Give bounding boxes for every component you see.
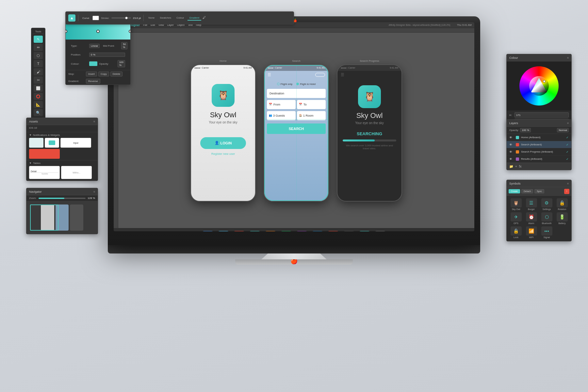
layer-progress[interactable]: 👁 Search Progress (Artboard) ✓ [507,148,571,155]
create-symbol-button[interactable]: Create [509,189,520,193]
asset-item[interactable] [29,138,43,148]
symbol-burger[interactable]: ☰ Burger [525,198,538,210]
assets-options-icon[interactable]: ≡ [93,120,95,123]
stroke-slider[interactable] [111,17,131,19]
symbol-bluetooth[interactable]: ⬡ Bluetooth [540,212,553,224]
imac-bezel: 🍎 Affinity Designer File Edit View Layer… [108,16,480,245]
scissors-tool[interactable]: ✂ [34,76,43,84]
asset-item[interactable] [45,138,59,148]
radio-flight-hotel[interactable]: Flight & Hotel [296,83,316,86]
to-field[interactable]: 📅 To [297,100,326,109]
sync-symbol-button[interactable]: Sync [534,189,544,193]
type-value[interactable]: Linear [89,44,100,48]
delete-stop-button[interactable]: Delete [110,72,122,76]
midpoint-value[interactable]: 50 % [121,42,127,49]
opacity-value[interactable]: 100 % [118,60,125,67]
add-layer-icon[interactable]: + [515,165,517,168]
h-input[interactable] [514,112,569,118]
reverse-button[interactable]: Reverse [86,79,100,84]
add-group-icon[interactable]: 📁 [509,165,513,168]
gradient-picker-icon[interactable]: 🖊 [203,16,206,21]
tab-colour[interactable]: Colour [174,16,186,21]
sym-icon-settings: ⚙ [541,198,552,207]
symbol-lock[interactable]: 🔒 Lock [509,226,523,238]
dock-photos[interactable]: 📷 [264,231,277,231]
gradient-strip[interactable] [66,23,130,40]
symbol-settings[interactable]: ⚙ Settings [540,198,553,210]
symbol-skyowl[interactable]: 🦉 Sky Owl [509,198,523,210]
symbols-title: Symbols [509,182,521,185]
colour-options-icon[interactable]: ≡ [567,56,569,59]
brush-tool[interactable]: 🖌 [34,68,43,75]
app-tagline-progress: Your eye on the sky [355,121,384,125]
hamburger-icon[interactable]: ☰ [268,73,271,77]
fill-swatch[interactable] [92,16,99,20]
asset-item-long-2[interactable] [29,149,60,159]
rect-tool[interactable]: ⬜ [34,85,43,92]
radio-flight-only[interactable]: Flight only [277,83,292,86]
colour-swatch[interactable] [89,61,97,66]
dock-trash[interactable]: 🗑 [373,231,387,231]
guests-field[interactable]: 👥 3 Guests [267,111,296,120]
dock-affinity[interactable]: ▲ [358,231,371,231]
asset-item-long[interactable]: Input [60,138,91,148]
colour-wheel[interactable] [519,66,559,106]
ellipse-tool[interactable]: ⭕ [34,93,43,100]
symbols-options-icon[interactable]: ≡ [567,182,569,185]
dock-books[interactable]: 📚 [311,231,324,231]
tab-none[interactable]: None [146,16,156,21]
layer-eye-icon-3[interactable]: 👁 [509,150,514,154]
rooms-field[interactable]: 🏠 1 Room [297,111,326,120]
symbol-wifi[interactable]: 📶 WiFi [525,226,538,238]
owl-logo-area: 🦉 Sky Owl Your eye on the sky [209,84,237,124]
tab-gradient[interactable]: Gradient [188,16,202,21]
assets-tables-grid: Detail Subtitle Witho... [29,166,95,179]
tab-swatches[interactable]: Swatches [158,16,173,21]
symbol-alarm[interactable]: ⏰ Alarm [525,212,538,224]
dock-safari[interactable]: 🌐 [217,231,230,231]
dock-mail[interactable]: ✉ [232,231,246,231]
symbol-rotation[interactable]: 🔒 Rotation [555,198,569,210]
select-tool[interactable]: ↖ [34,36,43,43]
fx-icon[interactable]: fx [519,165,522,168]
insert-stop-button[interactable]: Insert [86,72,97,76]
symbol-signal[interactable]: ●●● Signal [540,226,553,238]
layers-options-icon[interactable]: ≡ [567,122,569,125]
from-field[interactable]: 📅 From [267,100,296,109]
zoom-slider[interactable] [39,198,86,199]
dock-appstore[interactable]: 🛒 [326,231,340,231]
asset-table-item[interactable]: Detail Subtitle [29,166,60,179]
layer-search[interactable]: 👁 Search (Artboard) ✓ [507,141,571,148]
layer-results[interactable]: 👁 Results (Artboard) ✓ [507,155,571,163]
gradient-handle-right[interactable] [129,30,131,33]
dock-messages[interactable]: 💬 [248,231,262,231]
dock-music[interactable]: 🎵 [295,231,309,231]
dock-settings[interactable]: ⚙ [342,231,356,231]
gradient-handle-left[interactable] [65,30,67,33]
opacity-value[interactable]: 100 % [520,128,531,132]
dock-finder[interactable]: 📁 [201,231,215,231]
blend-mode-select[interactable]: Normal [557,128,569,132]
symbol-battery[interactable]: 🔋 Battery [555,212,569,224]
zoom-tool[interactable]: 🔍 [34,109,43,116]
layer-home[interactable]: 👁 Home (Artboard) ✓ [507,134,571,141]
layer-eye-icon[interactable]: 👁 [509,136,514,139]
node-tool[interactable]: ⬡ [34,52,43,59]
register-link[interactable]: Register new user [211,152,235,155]
shape-tool[interactable]: 📐 [34,101,43,108]
phone-progress-statusbar: ●●●●○ Carrier 9:41 AM [337,65,401,71]
dock-calendar[interactable]: 📅 [279,231,293,231]
gradient-handle-mid[interactable] [96,30,100,33]
copy-stop-button[interactable]: Copy [98,72,109,76]
hamburger-icon-progress[interactable]: ☰ [341,73,344,77]
pen-tool[interactable]: ✏ [34,44,43,51]
layer-eye-icon-2[interactable]: 👁 [509,143,514,146]
login-button[interactable]: 👤 LOGIN [200,137,246,149]
asset-table-item-2[interactable]: Witho... [61,166,92,179]
symbol-gps[interactable]: ✈ GPS [509,212,523,224]
layer-eye-icon-4[interactable]: 👁 [509,157,514,161]
position-value[interactable]: 0 % [89,53,125,57]
text-tool[interactable]: T [34,60,43,67]
navigator-options-icon[interactable]: ≡ [93,190,95,193]
detach-symbol-button[interactable]: Detach [521,189,533,193]
